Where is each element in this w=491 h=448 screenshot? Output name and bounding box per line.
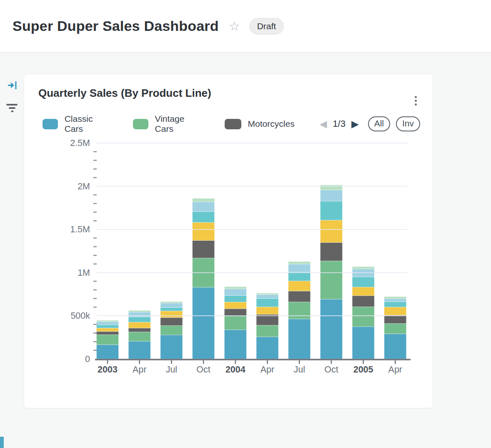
svg-text:500k: 500k (70, 311, 90, 321)
svg-text:1M: 1M (78, 268, 90, 278)
svg-text:Oct: Oct (196, 365, 210, 375)
svg-text:2M: 2M (78, 181, 90, 191)
svg-text:2005: 2005 (353, 365, 373, 375)
page-title: Super Duper Sales Dashboard (13, 18, 219, 34)
legend-invert-button[interactable]: Inv (396, 116, 420, 131)
svg-text:Jul: Jul (166, 365, 177, 375)
kebab-menu-icon[interactable] (413, 93, 418, 109)
chart-card-title: Quarterly Sales (By Product Line) (38, 87, 211, 100)
legend-swatch (133, 119, 148, 129)
svg-text:Apr: Apr (388, 365, 402, 375)
svg-text:0: 0 (85, 354, 90, 364)
app-header: Super Duper Sales Dashboard ☆ Draft (0, 0, 491, 53)
svg-text:Apr: Apr (261, 365, 274, 375)
favorite-star-icon[interactable]: ☆ (229, 20, 240, 33)
svg-text:Jul: Jul (293, 365, 305, 375)
legend-next-page-icon[interactable]: ▶ (351, 119, 359, 129)
filter-icon[interactable] (6, 103, 18, 115)
svg-text:Apr: Apr (133, 365, 146, 375)
svg-text:2003: 2003 (98, 365, 118, 375)
legend-item-classic-cars[interactable]: Classic Cars (43, 114, 110, 134)
svg-text:Oct: Oct (324, 365, 338, 375)
legend-item-motorcycles[interactable]: Motorcycles (225, 119, 295, 129)
svg-text:2004: 2004 (225, 365, 246, 375)
partially-visible-widget-edge (0, 437, 4, 448)
legend-swatch (225, 119, 241, 129)
legend-and-controls: Classic Cars Vintage Cars Motorcycles ◀ … (43, 117, 420, 131)
legend-pager: ◀ 1/3 ▶ (320, 118, 359, 129)
legend-swatch (43, 119, 58, 129)
status-badge: Draft (249, 18, 284, 35)
legend-select-all-button[interactable]: All (368, 116, 390, 131)
legend-page-indicator: 1/3 (333, 118, 346, 129)
chart-card: Quarterly Sales (By Product Line) Classi… (24, 74, 433, 408)
stacked-bar-chart[interactable]: 0500k1M1.5M2M2.5M2003AprJulOct2004AprJul… (58, 137, 413, 395)
svg-text:2.5M: 2.5M (70, 138, 90, 148)
collapse-panel-icon[interactable] (7, 80, 18, 93)
legend-item-vintage-cars[interactable]: Vintage Cars (133, 114, 201, 134)
legend-prev-page-icon[interactable]: ◀ (320, 119, 327, 129)
svg-text:1.5M: 1.5M (70, 224, 90, 234)
